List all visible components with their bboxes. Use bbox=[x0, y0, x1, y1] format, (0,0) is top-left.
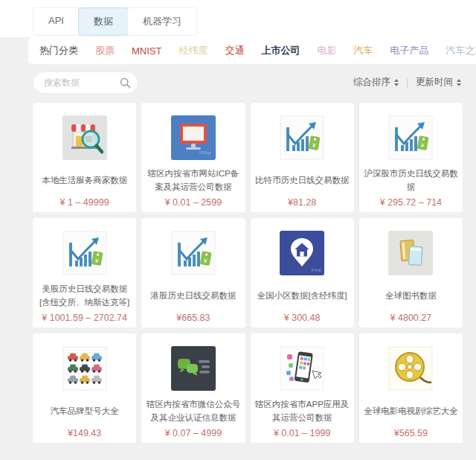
category-item[interactable]: MNIST bbox=[132, 45, 161, 57]
category-item[interactable]: 热门分类 bbox=[39, 44, 78, 57]
dataset-price: ¥ 1 – 49999 bbox=[33, 197, 136, 208]
dataset-card[interactable]: 辖区内按省市微信公众号及其企业认证信息数据 ¥ 0.07 – 4999 bbox=[141, 333, 245, 443]
sort-arrows-icon bbox=[394, 79, 399, 86]
dataset-price: ¥ 300.48 bbox=[251, 313, 354, 323]
sort-option-label: 更新时间 bbox=[416, 76, 453, 89]
category-item[interactable]: 交通 bbox=[225, 44, 244, 57]
sort-controls: 综合排序 | 更新时间 bbox=[353, 76, 461, 89]
sort-option-label: 综合排序 bbox=[353, 76, 390, 89]
dataset-title: 辖区内按省市网站ICP备案及其运营公司数据 bbox=[141, 167, 245, 194]
sort-separator: | bbox=[406, 77, 408, 88]
wechat-chat-icon bbox=[171, 346, 216, 391]
stock-chart-icon: ¥ bbox=[388, 115, 433, 160]
category-item[interactable]: 经纬度 bbox=[178, 44, 208, 57]
dataset-price: ¥149.43 bbox=[33, 428, 136, 438]
tab[interactable]: 数据 bbox=[78, 7, 129, 36]
dataset-title: 沪深股市历史日线交易数据 bbox=[359, 167, 463, 194]
sort-arrows-icon bbox=[457, 79, 461, 86]
category-item[interactable]: 汽车之家 bbox=[446, 44, 476, 57]
dataset-price: ¥ 0.01 – 1999 bbox=[251, 428, 354, 438]
dataset-title: 汽车品牌型号大全 bbox=[33, 397, 136, 425]
dataset-title: 美股历史日线交易数据[含纽交所、纳斯达克等] bbox=[33, 282, 136, 310]
top-tab-bar: API数据机器学习 bbox=[0, 0, 476, 37]
stock-chart-icon: ¥ bbox=[62, 231, 107, 275]
dataset-price: ¥ 0.01 – 2599 bbox=[141, 197, 245, 208]
search-icon[interactable] bbox=[120, 77, 131, 89]
dataset-price: ¥ 0.07 – 4999 bbox=[141, 428, 245, 438]
house-pin-icon: 经纬度 bbox=[280, 231, 324, 275]
sort-option-updated[interactable]: 更新时间 bbox=[416, 76, 461, 89]
website-monitor-icon: ICP备案 bbox=[171, 115, 216, 160]
dataset-title: 港股历史日线交易数据 bbox=[141, 282, 245, 310]
dataset-title: 辖区内按省市微信公众号及其企业认证信息数据 bbox=[141, 397, 245, 425]
dataset-price: ¥ 1001.59 – 2702.74 bbox=[33, 313, 136, 323]
dataset-price: ¥81.28 bbox=[251, 197, 354, 208]
dataset-price: ¥665.83 bbox=[141, 313, 245, 323]
search-box bbox=[33, 71, 138, 94]
store-search-icon bbox=[62, 115, 107, 160]
category-item[interactable]: 股票 bbox=[95, 44, 115, 57]
dataset-card[interactable]: ¥ 美股历史日线交易数据[含纽交所、纳斯达克等] ¥ 1001.59 – 270… bbox=[33, 218, 136, 328]
svg-text:经纬度: 经纬度 bbox=[312, 268, 322, 272]
dataset-title: 本地生活服务商家数据 bbox=[33, 167, 136, 194]
sort-option-composite[interactable]: 综合排序 bbox=[353, 76, 399, 89]
dataset-title: 全国小区数据[含经纬度] bbox=[251, 282, 354, 310]
dataset-title: 全球图书数据 bbox=[359, 282, 463, 310]
cars-grid-icon bbox=[62, 346, 107, 391]
tab[interactable]: API bbox=[33, 8, 79, 35]
dataset-price: ¥ 4800.27 bbox=[359, 313, 463, 323]
category-bar: 热门分类股票MNIST经纬度交通上市公司电影汽车电子产品汽车之家创业地图数据 bbox=[28, 37, 476, 64]
dataset-grid: 本地生活服务商家数据 ¥ 1 – 49999 ICP备案 辖区内按省市网站ICP… bbox=[33, 103, 463, 443]
category-item[interactable]: 上市公司 bbox=[261, 44, 300, 57]
category-item[interactable]: 电子产品 bbox=[390, 44, 428, 57]
dataset-title: 辖区内按省市APP应用及其运营公司数据 bbox=[251, 397, 354, 425]
dataset-card[interactable]: 全球图书数据 ¥ 4800.27 bbox=[359, 218, 463, 328]
stock-chart-icon: ¥ bbox=[171, 231, 216, 275]
svg-text:ICP备案: ICP备案 bbox=[199, 151, 211, 155]
dataset-price: ¥565.59 bbox=[359, 428, 463, 438]
dataset-card[interactable]: ¥ 比特币历史日线交易数据 ¥81.28 bbox=[251, 103, 354, 212]
stock-chart-icon: ¥ bbox=[280, 115, 324, 160]
film-reel-icon bbox=[388, 346, 433, 391]
dataset-card[interactable]: 经纬度 全国小区数据[含经纬度] ¥ 300.48 bbox=[251, 218, 354, 328]
dataset-card[interactable]: ¥ 沪深股市历史日线交易数据 ¥ 295.72 – 714 bbox=[359, 103, 463, 212]
content-area: 热门分类股票MNIST经纬度交通上市公司电影汽车电子产品汽车之家创业地图数据 综… bbox=[0, 37, 476, 460]
books-icon bbox=[388, 231, 433, 275]
dataset-title: 比特币历史日线交易数据 bbox=[251, 167, 354, 194]
dataset-card[interactable]: 汽车品牌型号大全 ¥149.43 bbox=[33, 333, 136, 443]
tab[interactable]: 机器学习 bbox=[128, 8, 196, 35]
dataset-price: ¥ 295.72 – 714 bbox=[359, 197, 463, 208]
toolbar: 综合排序 | 更新时间 bbox=[0, 64, 476, 94]
category-item[interactable]: 汽车 bbox=[353, 44, 373, 57]
dataset-card[interactable]: ¥ 港股历史日线交易数据 ¥665.83 bbox=[141, 218, 245, 328]
dataset-card[interactable]: 全球电影电视剧综艺大全 ¥565.59 bbox=[359, 333, 463, 443]
dataset-card[interactable]: 本地生活服务商家数据 ¥ 1 – 49999 bbox=[33, 103, 136, 212]
dataset-card[interactable]: ICP备案 辖区内按省市网站ICP备案及其运营公司数据 ¥ 0.01 – 259… bbox=[141, 103, 245, 212]
tab-group: API数据机器学习 bbox=[33, 7, 197, 36]
dataset-card[interactable]: 辖区内按省市APP应用及其运营公司数据 ¥ 0.01 – 1999 bbox=[251, 333, 354, 443]
category-item[interactable]: 电影 bbox=[317, 44, 336, 57]
dataset-title: 全球电影电视剧综艺大全 bbox=[359, 397, 463, 425]
phone-apps-icon bbox=[280, 346, 324, 391]
